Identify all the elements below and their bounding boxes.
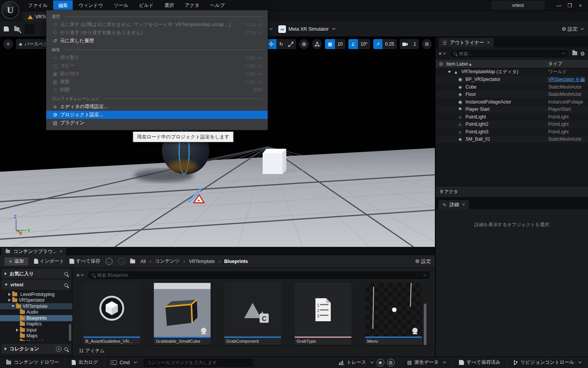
- menu-window[interactable]: ウィンドウ: [74, 0, 108, 11]
- add-button[interactable]: +追加: [4, 257, 29, 266]
- close-button[interactable]: ×: [575, 1, 586, 10]
- add-collection-icon[interactable]: +: [56, 346, 62, 352]
- outliner-tab[interactable]: ☰ アウトライナー ×: [439, 38, 494, 47]
- outliner-row[interactable]: ▲VRTemplateMap (エディタ)ワールド: [436, 68, 588, 76]
- outliner-row[interactable]: ⚑Player StartPlayerStart: [436, 106, 588, 113]
- chevron-down-icon[interactable]: [562, 51, 565, 54]
- filter-icon[interactable]: ≡: [77, 273, 84, 278]
- menu-item-duplicate[interactable]: ▦複製CTRL+D: [46, 78, 268, 86]
- details-tab[interactable]: ✎ 詳細 ×: [439, 200, 469, 209]
- menu-item-undo-history[interactable]: ↺元に戻した履歴: [46, 37, 268, 45]
- edit-blueprint-link[interactable]: VRSpectator を編: [548, 76, 585, 83]
- menu-item-redo[interactable]: ↻やり直す (やり直す対象がありません)CTRL+Y: [46, 29, 268, 37]
- close-icon[interactable]: ×: [462, 202, 465, 207]
- scale-snap-icon[interactable]: ↗: [373, 39, 382, 49]
- tree-item[interactable]: Audio: [0, 309, 72, 315]
- breadcrumb-item[interactable]: コンテンツ: [155, 258, 180, 264]
- scale-snap-value[interactable]: 0.25: [382, 39, 397, 49]
- search-icon[interactable]: [64, 283, 68, 287]
- type-column[interactable]: タイプ: [548, 61, 562, 67]
- surface-snapping-button[interactable]: [312, 39, 322, 49]
- menu-item-paste[interactable]: ▣貼り付けCTRL+V: [46, 70, 268, 78]
- menu-item-copy[interactable]: ◫コピーCTRL+C: [46, 62, 268, 70]
- outliner-row[interactable]: ◈FloorStaticMeshActor: [436, 91, 588, 99]
- tree-item[interactable]: Haptics: [0, 321, 72, 327]
- menu-item-plugins[interactable]: ▤プラグイン: [46, 119, 268, 127]
- output-log-button[interactable]: 出力ログ: [65, 357, 105, 368]
- chevron-down-icon[interactable]: [423, 273, 426, 276]
- tree-item[interactable]: Maps: [0, 333, 72, 339]
- close-icon[interactable]: ×: [487, 40, 490, 45]
- cmd-selector[interactable]: >_ Cmd: [105, 357, 144, 368]
- content-browser-tab[interactable]: コンテンツブラウ... ×: [2, 248, 66, 255]
- item-label-column[interactable]: Item Label ▴: [446, 61, 471, 67]
- asset-tile[interactable]: 123 GrabType: [295, 283, 351, 345]
- asset-search-input[interactable]: [97, 273, 420, 278]
- save-status-button[interactable]: すべて保存済み: [453, 357, 507, 368]
- outliner-row[interactable]: ☼PointLight2PointLight: [436, 121, 588, 128]
- asset-scrollbar[interactable]: [424, 304, 426, 345]
- tree-item[interactable]: Materials: [0, 339, 72, 341]
- tree-item[interactable]: Input: [0, 327, 72, 333]
- menu-tools[interactable]: ツール: [109, 0, 133, 11]
- angle-snap-icon[interactable]: ∠: [348, 39, 358, 49]
- breadcrumb-item-current[interactable]: Blueprints: [224, 259, 248, 264]
- menu-item-project-settings[interactable]: ⚙プロジェクト設定...: [46, 111, 268, 119]
- forward-button[interactable]: →: [118, 258, 125, 265]
- close-icon[interactable]: ×: [60, 249, 62, 254]
- rotation-snap-value[interactable]: 10°: [358, 39, 370, 49]
- menu-item-delete[interactable]: ▯削除削除: [46, 86, 268, 94]
- favorites-header[interactable]: お気に入り: [2, 269, 71, 279]
- outliner-row[interactable]: ☼PointLight3PointLight: [436, 128, 588, 136]
- menu-select[interactable]: 選択: [160, 0, 179, 11]
- menu-help[interactable]: ヘルプ: [205, 0, 230, 11]
- outliner-row[interactable]: ◈SM_Ball_01StaticMeshActor: [436, 136, 588, 143]
- perspective-selector[interactable]: ◈ パースペク: [16, 39, 51, 49]
- content-browser-settings-button[interactable]: ⚙ 設定: [415, 258, 431, 265]
- tree-scrollbar[interactable]: [69, 324, 71, 341]
- save-all-button[interactable]: すべて保存: [69, 258, 100, 264]
- grid-snap-icon[interactable]: ▦: [325, 39, 335, 49]
- rotate-tool-button[interactable]: ↻: [276, 39, 286, 49]
- menu-item-editor-preferences[interactable]: ≑エディタの環境設定...: [46, 103, 268, 111]
- grid-snap-value[interactable]: 10: [335, 39, 345, 49]
- tree-item[interactable]: VRSpectator: [0, 297, 72, 304]
- asset-tile[interactable]: B_AssetGuideline_VR...: [83, 283, 140, 345]
- camera-speed-value[interactable]: 1: [411, 39, 419, 49]
- outliner-row[interactable]: ◈CubeStaticMeshActor: [436, 83, 588, 91]
- filter-icon[interactable]: ≡: [439, 51, 446, 56]
- add-folder-icon[interactable]: +: [572, 51, 577, 56]
- tree-item[interactable]: VRTemplate: [0, 303, 72, 309]
- menu-edit[interactable]: 編集: [53, 0, 73, 11]
- console-command-input[interactable]: [147, 360, 249, 365]
- scale-tool-button[interactable]: [286, 39, 296, 49]
- quad-view-button[interactable]: ⊞: [422, 39, 432, 49]
- import-button[interactable]: インポート: [34, 258, 64, 264]
- trace-snapshot-icon[interactable]: ▥: [387, 359, 395, 366]
- content-drawer-button[interactable]: コンテンツ ドロワー: [0, 357, 65, 368]
- menu-actor[interactable]: アクタ: [180, 0, 204, 11]
- collections-header[interactable]: コレクション +: [2, 344, 71, 354]
- visibility-column-icon[interactable]: ⊙: [436, 61, 446, 67]
- tree-item-selected[interactable]: Blueprints: [0, 315, 72, 321]
- revision-control-button[interactable]: リビジョンコントロール: [507, 357, 588, 368]
- project-root-header[interactable]: vrtest: [2, 280, 71, 290]
- browse-content-button[interactable]: [14, 27, 19, 31]
- outliner-settings-icon[interactable]: ⚙: [580, 51, 585, 57]
- outliner-row[interactable]: ◉BP_VRSpectatorVRSpectator を編: [436, 76, 588, 84]
- world-coordinate-button[interactable]: ⊕: [299, 39, 309, 49]
- outliner-row[interactable]: ◉InstancedFoliageActorInstancedFoliage: [436, 98, 588, 106]
- restore-button[interactable]: ❐: [564, 1, 575, 10]
- asset-tile[interactable]: C GrabComponent: [224, 283, 281, 345]
- viewport-menu-button[interactable]: ≡: [3, 39, 13, 49]
- meta-xr-simulator-button[interactable]: ∞ Meta XR Simulator: [278, 25, 336, 33]
- trace-button[interactable]: トレース ◉ ▥: [333, 357, 401, 368]
- search-icon[interactable]: [64, 272, 68, 276]
- derived-data-button[interactable]: ▤ 派生データ: [401, 357, 453, 368]
- tree-item[interactable]: LevelPrototyping: [0, 291, 72, 297]
- asset-tile[interactable]: Grabbable_SmallCube: [154, 283, 211, 345]
- menu-file[interactable]: ファイル: [23, 0, 52, 11]
- menu-build[interactable]: ビルド: [134, 0, 158, 11]
- toolbar-settings-button[interactable]: ⚙ 設定: [562, 26, 584, 33]
- outliner-search-input[interactable]: [459, 51, 558, 56]
